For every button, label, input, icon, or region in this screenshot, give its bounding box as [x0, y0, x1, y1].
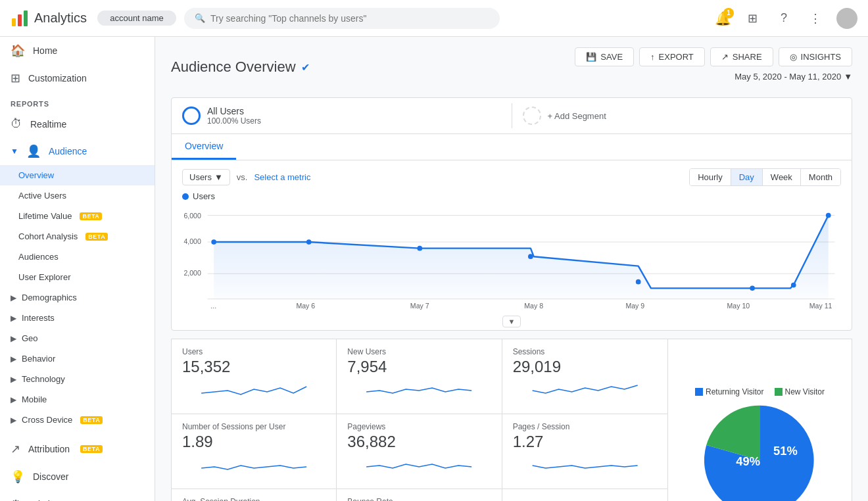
lifetime-value-beta-badge: BETA [80, 212, 102, 220]
avatar[interactable] [836, 8, 857, 29]
sidebar-item-customization[interactable]: ⊞ Customization [0, 64, 155, 92]
metric-new-users-label: New Users [347, 347, 491, 356]
svg-text:May 7: May 7 [410, 302, 429, 310]
sidebar-item-cross-device[interactable]: ▶ Cross Device BETA [0, 410, 155, 430]
add-segment-label: + Add Segment [548, 111, 606, 121]
sidebar-audience-label: Audience [49, 146, 87, 156]
svg-rect-0 [12, 18, 16, 26]
export-button[interactable]: ↑ EXPORT [639, 47, 705, 66]
sidebar-item-discover[interactable]: 💡 Discover [0, 463, 155, 490]
attribution-beta-badge: BETA [80, 445, 103, 453]
sidebar-item-realtime[interactable]: ⏱ Realtime [0, 110, 155, 137]
tab-overview[interactable]: Overview [172, 134, 236, 160]
sidebar-item-technology[interactable]: ▶ Technology [0, 369, 155, 389]
svg-point-24 [791, 283, 796, 288]
apps-icon[interactable]: ⊞ [742, 8, 763, 29]
metric-users-value: 15,352 [182, 358, 326, 376]
save-button[interactable]: 💾 SAVE [575, 47, 634, 66]
notification-button[interactable]: 🔔 1 [715, 11, 731, 26]
discover-label: Discover [33, 471, 68, 482]
select-metric-link[interactable]: Select a metric [254, 172, 310, 182]
week-button[interactable]: Week [763, 169, 801, 185]
users-legend-label: Users [193, 191, 215, 201]
sidebar-item-mobile[interactable]: ▶ Mobile [0, 389, 155, 410]
more-icon[interactable]: ⋮ [805, 8, 826, 29]
sidebar-item-behavior[interactable]: ▶ Behavior [0, 348, 155, 369]
logo: Analytics [11, 9, 87, 28]
save-icon: 💾 [586, 52, 596, 62]
pie-legend: Returning Visitor New Visitor [695, 387, 825, 396]
new-users-sparkline [347, 380, 491, 404]
metrics-section: Users 15,352 New Users 7,954 [171, 339, 852, 501]
cross-device-chevron: ▶ [11, 416, 16, 425]
date-range-picker[interactable]: May 5, 2020 - May 11, 2020 ▼ [735, 72, 852, 82]
cohort-analysis-label: Cohort Analysis [18, 231, 78, 241]
sidebar-item-lifetime-value[interactable]: Lifetime Value BETA [0, 206, 155, 226]
hourly-button[interactable]: Hourly [690, 169, 731, 185]
svg-text:May 9: May 9 [625, 302, 644, 310]
customization-icon: ⊞ [11, 71, 20, 85]
interests-chevron: ▶ [11, 314, 16, 323]
sidebar-item-audiences[interactable]: Audiences [0, 247, 155, 267]
sidebar-item-cohort-analysis[interactable]: Cohort Analysis BETA [0, 226, 155, 247]
add-segment-button[interactable]: + Add Segment [512, 98, 852, 133]
svg-text:...: ... [210, 302, 216, 310]
lifetime-value-label: Lifetime Value [18, 211, 72, 221]
svg-point-21 [528, 254, 533, 259]
sidebar-item-home[interactable]: 🏠 Home [0, 37, 155, 64]
metric-empty [502, 489, 667, 501]
month-button[interactable]: Month [801, 169, 840, 185]
svg-text:4,000: 4,000 [183, 237, 201, 245]
users-legend-dot [182, 193, 189, 200]
svg-rect-2 [24, 11, 28, 26]
share-button[interactable]: ↗ SHARE [710, 47, 773, 66]
sidebar-item-admin[interactable]: ⚙ Admin [0, 490, 155, 501]
notification-badge: 1 [723, 8, 734, 18]
geo-chevron: ▶ [11, 334, 16, 343]
pie-chart: 49% 51% [704, 404, 816, 502]
vs-label: vs. [237, 172, 248, 182]
all-users-segment[interactable]: All Users 100.00% Users [172, 98, 512, 133]
svg-text:May 6: May 6 [296, 302, 315, 310]
day-button[interactable]: Day [731, 169, 763, 185]
user-explorer-label: User Explorer [18, 272, 70, 282]
cross-device-label: Cross Device [22, 415, 72, 425]
new-legend: New Visitor [775, 387, 825, 396]
sessions-per-user-label: Number of Sessions per User [182, 422, 326, 431]
metric-dropdown[interactable]: Users ▼ [182, 169, 230, 185]
demographics-chevron: ▶ [11, 293, 16, 302]
cross-device-beta-badge: BETA [80, 416, 103, 424]
svg-rect-1 [18, 14, 22, 26]
metric-sessions-per-user: Number of Sessions per User 1.89 [172, 414, 337, 489]
sidebar-item-interests[interactable]: ▶ Interests [0, 308, 155, 328]
account-label[interactable]: account name [97, 11, 176, 26]
sidebar-item-geo[interactable]: ▶ Geo [0, 328, 155, 348]
search-input[interactable] [210, 13, 489, 24]
behavior-chevron: ▶ [11, 354, 16, 364]
header-actions: 💾 SAVE ↑ EXPORT ↗ SHARE ◎ [575, 47, 852, 66]
sidebar-item-overview[interactable]: Overview [0, 165, 155, 185]
svg-text:May 11: May 11 [809, 302, 832, 310]
behavior-label: Behavior [22, 354, 55, 364]
metric-sessions-value: 29,019 [513, 358, 657, 376]
sidebar-item-attribution[interactable]: ↗ Attribution BETA [0, 435, 155, 463]
sidebar-item-audience[interactable]: ▼ 👤 Audience [0, 137, 155, 165]
interests-label: Interests [22, 313, 55, 323]
sidebar-item-active-users[interactable]: Active Users [0, 185, 155, 206]
page-header: Audience Overview ✔ 💾 SAVE ↑ EXPORT [171, 47, 852, 87]
metric-chevron: ▼ [214, 172, 223, 182]
audiences-label: Audiences [18, 252, 59, 262]
metric-avg-session: Avg. Session Duration 00:01:24 [172, 489, 337, 501]
returning-legend: Returning Visitor [695, 387, 764, 396]
insights-button[interactable]: ◎ INSIGHTS [779, 47, 852, 66]
sidebar-item-user-explorer[interactable]: User Explorer [0, 267, 155, 287]
active-users-label: Active Users [18, 191, 66, 201]
page-title-text: Audience Overview [171, 59, 296, 76]
search-bar[interactable]: 🔍 [184, 8, 500, 29]
help-icon[interactable]: ? [773, 8, 794, 29]
share-icon: ↗ [721, 52, 729, 62]
date-range-text: May 5, 2020 - May 11, 2020 [735, 72, 841, 82]
geo-label: Geo [22, 333, 38, 343]
sidebar-item-demographics[interactable]: ▶ Demographics [0, 287, 155, 308]
sidebar-home-label: Home [33, 45, 57, 56]
